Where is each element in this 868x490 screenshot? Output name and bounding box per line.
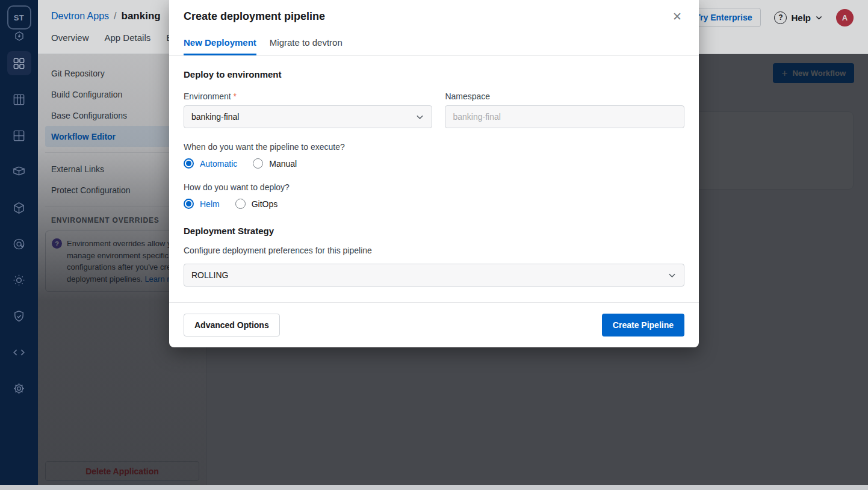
help-menu[interactable]: ? Help — [774, 11, 823, 24]
tab-overview[interactable]: Overview — [51, 33, 89, 43]
modal-footer: Advanced Options Create Pipeline — [169, 302, 699, 347]
devtron-hexagon-icon — [14, 31, 25, 42]
plus-icon: + — [781, 67, 787, 79]
tab-new-deployment[interactable]: New Deployment — [184, 34, 256, 55]
delete-application-button[interactable]: Delete Application — [45, 461, 199, 481]
breadcrumb-parent-link[interactable]: Devtron Apps — [51, 11, 109, 22]
modal-header: Create deployment pipeline ✕ — [169, 0, 699, 23]
shield-check-icon[interactable] — [7, 304, 31, 328]
cube-icon[interactable] — [7, 196, 31, 220]
chevron-down-icon — [815, 14, 823, 22]
logo-badge: ST — [7, 5, 31, 29]
help-question-icon: ? — [774, 11, 787, 24]
deploy-question: How do you want to deploy? — [184, 182, 684, 192]
app-screen: ST — [0, 0, 868, 490]
environment-field: Environment * banking-final — [184, 91, 432, 128]
environment-label: Environment * — [184, 91, 432, 101]
app-tabs: Overview App Details Build — [51, 33, 187, 43]
radio-gitops[interactable]: GitOps — [235, 199, 278, 209]
radio-helm-label: Helm — [200, 199, 220, 209]
chevron-down-icon — [668, 271, 677, 280]
namespace-input[interactable] — [445, 105, 684, 128]
chevron-down-icon — [415, 113, 424, 122]
environment-fields-row: Environment * banking-final Namespace — [184, 91, 684, 128]
execute-question: When do you want the pipeline to execute… — [184, 142, 684, 152]
code-icon[interactable] — [7, 340, 31, 364]
radio-selected-icon — [184, 158, 194, 169]
create-deployment-pipeline-modal: Create deployment pipeline ✕ New Deploym… — [169, 0, 699, 347]
close-icon[interactable]: ✕ — [670, 8, 684, 25]
radio-helm[interactable]: Helm — [184, 199, 220, 209]
modal-tab-bar: New Deployment Migrate to devtron — [169, 34, 699, 56]
sidebar-icon-column — [7, 51, 31, 400]
radio-automatic[interactable]: Automatic — [184, 158, 237, 169]
breadcrumb: Devtron Apps / banking — [51, 10, 161, 22]
gear-rays-icon[interactable] — [7, 268, 31, 292]
chart-store-icon[interactable] — [7, 160, 31, 184]
deploy-radio-group: Helm GitOps — [184, 199, 684, 209]
modal-title: Create deployment pipeline — [184, 10, 325, 22]
environment-select-value: banking-final — [191, 112, 239, 122]
header-right-cluster: Try Enterprise ? Help A — [686, 8, 854, 27]
cog-icon[interactable] — [7, 376, 31, 400]
modal-body: Deploy to environment Environment * bank… — [169, 56, 699, 287]
strategy-select[interactable]: ROLLING — [184, 264, 684, 287]
apps-grid-icon[interactable] — [7, 51, 31, 75]
logo-text: ST — [14, 13, 25, 22]
environment-label-text: Environment — [184, 91, 231, 101]
icon-sidebar: ST — [0, 0, 38, 490]
namespace-field: Namespace — [445, 91, 684, 128]
tab-app-details[interactable]: App Details — [105, 33, 151, 43]
info-question-icon: ? — [52, 238, 62, 249]
radio-gitops-label: GitOps — [252, 199, 278, 209]
horizontal-scrollbar[interactable] — [0, 485, 868, 490]
radio-selected-icon — [184, 199, 194, 209]
radio-unselected-icon — [253, 158, 263, 169]
radio-manual[interactable]: Manual — [253, 158, 297, 169]
help-label: Help — [791, 13, 811, 23]
app-groups-icon[interactable] — [7, 123, 31, 147]
jobs-table-icon[interactable] — [7, 87, 31, 111]
tab-migrate-to-devtron[interactable]: Migrate to devtron — [270, 34, 343, 55]
deployment-strategy-heading: Deployment Strategy — [184, 226, 684, 236]
namespace-label: Namespace — [445, 91, 684, 101]
environment-select[interactable]: banking-final — [184, 105, 432, 128]
avatar[interactable]: A — [836, 9, 854, 26]
new-workflow-label: New Workflow — [792, 69, 846, 78]
strategy-select-value: ROLLING — [191, 270, 228, 280]
breadcrumb-separator: / — [114, 11, 116, 22]
new-workflow-button[interactable]: + New Workflow — [773, 63, 854, 83]
radio-automatic-label: Automatic — [200, 159, 237, 169]
advanced-options-button[interactable]: Advanced Options — [184, 314, 280, 336]
radio-unselected-icon — [235, 199, 246, 209]
execute-radio-group: Automatic Manual — [184, 158, 684, 169]
create-pipeline-button[interactable]: Create Pipeline — [602, 314, 684, 336]
deploy-to-environment-heading: Deploy to environment — [184, 69, 684, 79]
breadcrumb-current: banking — [122, 10, 161, 22]
required-asterisk: * — [233, 91, 236, 101]
radio-manual-label: Manual — [269, 159, 297, 169]
resource-watch-icon[interactable] — [7, 232, 31, 256]
strategy-description: Configure deployment preferences for thi… — [184, 246, 684, 255]
